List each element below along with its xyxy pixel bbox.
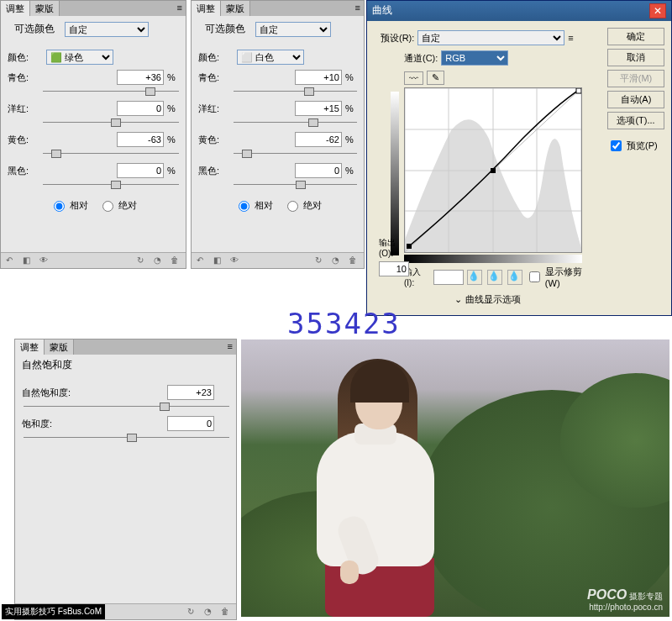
panel-title: 可选颜色 — [8, 18, 61, 39]
slider-label: 洋红: — [198, 103, 234, 115]
preset-select[interactable]: 自定 — [65, 22, 149, 37]
reset-icon[interactable]: ↻ — [137, 255, 147, 266]
percent-label: % — [167, 134, 179, 145]
slider-label: 黄色: — [8, 134, 43, 146]
tab-masks[interactable]: 蒙版 — [30, 1, 60, 16]
absolute-radio[interactable]: 绝对 — [98, 198, 137, 212]
tab-adjustments[interactable]: 调整 — [192, 1, 221, 16]
percent-label: % — [345, 103, 357, 113]
slider-value[interactable] — [167, 385, 214, 400]
clip-icon[interactable]: ◔ — [332, 255, 342, 266]
preset-menu-icon[interactable]: ≡ — [568, 33, 573, 43]
slider-track[interactable] — [43, 87, 179, 96]
options-button[interactable]: 选项(T)... — [607, 112, 664, 129]
absolute-radio[interactable]: 绝对 — [283, 198, 322, 212]
tab-adjustments[interactable]: 调整 — [15, 339, 45, 355]
slider-value[interactable] — [167, 416, 214, 431]
back-icon[interactable]: ↶ — [6, 255, 16, 266]
slider-track[interactable] — [24, 403, 229, 411]
trash-icon[interactable]: 🗑 — [221, 607, 231, 617]
slider-track[interactable] — [234, 150, 357, 158]
channel-label: 通道(C): — [404, 52, 438, 65]
slider-label: 黑色: — [198, 165, 234, 177]
slider-value[interactable] — [295, 101, 342, 116]
slider-label: 黑色: — [8, 165, 43, 177]
trash-icon[interactable]: 🗑 — [349, 255, 359, 266]
slider-value[interactable] — [295, 70, 342, 85]
relative-radio[interactable]: 相对 — [234, 198, 273, 212]
chevron-down-icon[interactable]: ⌄ — [454, 294, 462, 305]
eyedropper-gray-icon[interactable]: 💧 — [487, 270, 502, 285]
slider-label: 自然饱和度: — [22, 387, 82, 399]
panel-menu-icon[interactable]: ≡ — [174, 1, 186, 16]
panel-title: 自然饱和度 — [15, 355, 236, 376]
tab-masks[interactable]: 蒙版 — [45, 339, 74, 355]
clip-icon[interactable]: ◔ — [204, 607, 214, 617]
tab-adjustments[interactable]: 调整 — [1, 1, 30, 16]
panel-title: 可选颜色 — [198, 18, 252, 39]
slider-track[interactable] — [234, 87, 357, 96]
input-gradient — [404, 255, 582, 263]
svg-rect-11 — [491, 168, 496, 173]
slider-track[interactable] — [234, 118, 357, 127]
color-select[interactable]: 🟩 绿色 — [46, 50, 113, 65]
input-field[interactable] — [433, 270, 464, 285]
curves-dialog: 曲线 ✕ 预设(R): 自定 ≡ 通道(C): RGB 〰 ✎ — [366, 0, 672, 316]
selective-color-panel-green: 调整 蒙版 ≡ 可选颜色 自定 颜色: 🟩 绿色 青色:%洋红:%黄色:%黑色:… — [0, 0, 186, 269]
percent-label: % — [167, 166, 179, 176]
slider-track[interactable] — [43, 181, 179, 189]
preview-checkbox[interactable]: 预览(P) — [607, 138, 664, 154]
curve-options-label[interactable]: 曲线显示选项 — [465, 293, 521, 306]
panel-menu-icon[interactable]: ≡ — [352, 1, 364, 16]
panel-tabs: 调整 蒙版 ≡ — [192, 1, 364, 16]
layer-icon[interactable]: ◧ — [213, 255, 223, 266]
layer-icon[interactable]: ◧ — [23, 255, 33, 266]
tab-masks[interactable]: 蒙版 — [221, 1, 250, 16]
ok-button[interactable]: 确定 — [607, 28, 664, 45]
slider-track[interactable] — [43, 150, 179, 158]
relative-radio[interactable]: 相对 — [50, 198, 88, 212]
panel-menu-icon[interactable]: ≡ — [224, 339, 236, 355]
slider-value[interactable] — [117, 163, 164, 178]
slider-value[interactable] — [117, 132, 164, 147]
reset-icon[interactable]: ↻ — [187, 607, 197, 617]
slider-value[interactable] — [295, 163, 342, 178]
preset-select[interactable]: 自定 — [255, 22, 331, 37]
vibrance-panel: 调整 蒙版 ≡ 自然饱和度 自然饱和度:饱和度: ↶◧👁 ↻◔🗑 — [14, 339, 237, 620]
trash-icon[interactable]: 🗑 — [171, 255, 181, 266]
preset-label: 预设(R): — [381, 32, 414, 45]
source-watermark: 实用摄影技巧 FsBus.CoM — [2, 604, 105, 619]
percent-label: % — [345, 72, 357, 82]
cancel-button[interactable]: 取消 — [607, 49, 664, 66]
slider-label: 黄色: — [198, 134, 234, 146]
slider-value[interactable] — [117, 70, 164, 85]
slider-track[interactable] — [234, 181, 357, 189]
slider-track[interactable] — [24, 434, 229, 442]
eye-icon[interactable]: 👁 — [39, 255, 50, 266]
output-field[interactable] — [379, 261, 409, 276]
slider-label: 洋红: — [8, 103, 43, 115]
reset-icon[interactable]: ↻ — [315, 255, 325, 266]
channel-select[interactable]: RGB — [441, 50, 508, 66]
show-clipping-checkbox[interactable]: 显示修剪(W) — [526, 266, 594, 288]
clip-icon[interactable]: ◔ — [154, 255, 164, 266]
back-icon[interactable]: ↶ — [197, 255, 207, 266]
curve-tool-icon[interactable]: 〰 — [404, 71, 423, 85]
pencil-tool-icon[interactable]: ✎ — [427, 71, 444, 85]
slider-value[interactable] — [117, 101, 164, 116]
close-icon[interactable]: ✕ — [649, 3, 666, 18]
eye-icon[interactable]: 👁 — [230, 255, 240, 266]
eyedropper-white-icon[interactable]: 💧 — [507, 270, 522, 285]
color-label: 颜色: — [198, 51, 234, 64]
preset-select[interactable]: 自定 — [417, 30, 564, 45]
slider-track[interactable] — [43, 118, 179, 127]
selective-color-panel-white: 调整 蒙版 ≡ 可选颜色 自定 颜色: ⬜ 白色 青色:%洋红:%黄色:%黑色:… — [191, 0, 365, 269]
smooth-button[interactable]: 平滑(M) — [607, 70, 664, 87]
auto-button[interactable]: 自动(A) — [607, 91, 664, 108]
slider-value[interactable] — [295, 132, 342, 147]
color-select[interactable]: ⬜ 白色 — [237, 50, 304, 65]
overlay-number: 353423 — [287, 307, 401, 340]
eyedropper-black-icon[interactable]: 💧 — [467, 270, 482, 285]
curves-graph[interactable] — [404, 87, 582, 253]
percent-label: % — [167, 103, 179, 113]
